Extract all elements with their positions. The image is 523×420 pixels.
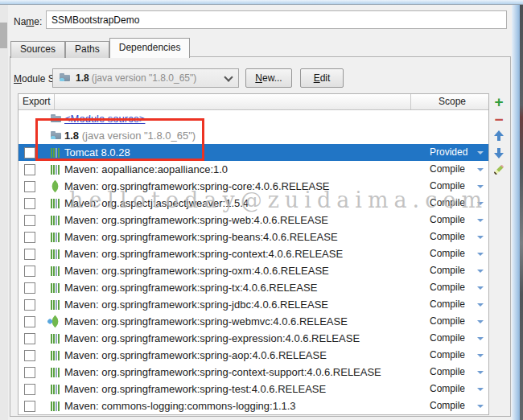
- dependencies-table: Export Scope <Module source>1.8 (java ve…: [18, 93, 489, 415]
- new-sdk-button[interactable]: New...: [245, 68, 292, 88]
- dependency-row[interactable]: Maven: org.springframework:spring-test:4…: [19, 381, 488, 397]
- library-icon: [51, 351, 62, 360]
- scope-select[interactable]: Compile: [430, 195, 465, 212]
- export-checkbox[interactable]: [24, 232, 35, 243]
- library-icon: [51, 283, 62, 293]
- dependency-row[interactable]: Tomcat 8.0.28Provided: [19, 144, 488, 161]
- scope-select[interactable]: Compile: [430, 381, 465, 397]
- pencil-icon: [494, 165, 504, 175]
- scope-dropdown-icon[interactable]: [477, 219, 484, 222]
- library-icon: [51, 216, 62, 225]
- scope-select[interactable]: Compile: [430, 313, 465, 330]
- scope-dropdown-icon[interactable]: [477, 405, 484, 408]
- dependency-row[interactable]: Maven: commons-logging:commons-logging:1…: [19, 397, 488, 414]
- scope-dropdown-icon[interactable]: [477, 320, 484, 323]
- export-checkbox[interactable]: [24, 333, 35, 344]
- dependency-label: Maven: org.springframework:spring-test:4…: [64, 381, 326, 397]
- dependency-row[interactable]: Maven: org.springframework:spring-contex…: [19, 245, 488, 262]
- scope-select[interactable]: Compile: [430, 347, 465, 364]
- spring-mvc-icon: [49, 315, 62, 328]
- module-sdk-select[interactable]: 1.8 (java version "1.8.0_65"): [52, 68, 239, 88]
- scope-select[interactable]: Compile: [430, 296, 465, 313]
- spring-leaf-icon: [49, 180, 62, 193]
- scope-select[interactable]: Compile: [430, 212, 465, 229]
- sdk-detail: (java version "1.8.0_65"): [92, 72, 197, 84]
- module-name-input[interactable]: [46, 10, 507, 29]
- dependency-row[interactable]: Maven: org.springframework:spring-contex…: [19, 364, 488, 381]
- scope-select[interactable]: Provided: [430, 144, 467, 161]
- export-checkbox[interactable]: [24, 147, 35, 159]
- tab-sources[interactable]: Sources: [10, 41, 65, 58]
- remove-button[interactable]: −: [492, 113, 505, 126]
- scope-dropdown-icon[interactable]: [477, 168, 484, 171]
- dependency-row[interactable]: Maven: org.springframework:spring-core:4…: [19, 178, 488, 195]
- scope-dropdown-icon[interactable]: [477, 286, 484, 290]
- tab-paths[interactable]: Paths: [65, 41, 109, 58]
- scope-dropdown-icon[interactable]: [477, 185, 484, 188]
- dependency-label: Maven: org.aspectj:aspectjweaver:1.5.4: [64, 195, 249, 212]
- scope-select[interactable]: Compile: [430, 364, 465, 381]
- arrow-stem: [497, 148, 500, 153]
- window-top-border: [0, 0, 523, 5]
- scope-select[interactable]: Compile: [430, 279, 465, 296]
- export-checkbox[interactable]: [24, 266, 35, 277]
- scope-dropdown-icon[interactable]: [477, 303, 484, 307]
- scope-dropdown-icon[interactable]: [477, 253, 484, 256]
- export-checkbox[interactable]: [24, 367, 35, 378]
- dependency-row[interactable]: Maven: org.springframework:spring-web:4.…: [19, 212, 488, 229]
- dependency-row[interactable]: Maven: org.springframework:spring-webmvc…: [19, 313, 488, 330]
- export-checkbox[interactable]: [24, 164, 35, 175]
- scope-dropdown-icon[interactable]: [477, 354, 484, 357]
- scope-select[interactable]: Compile: [430, 178, 465, 195]
- dependency-row[interactable]: Maven: org.springframework:spring-oxm:4.…: [19, 262, 488, 279]
- export-checkbox[interactable]: [24, 350, 35, 361]
- move-up-icon: [494, 130, 504, 136]
- scope-dropdown-icon[interactable]: [477, 270, 484, 273]
- dependency-row[interactable]: Maven: org.springframework:spring-jdbc:4…: [19, 296, 488, 313]
- scope-select[interactable]: Compile: [430, 161, 465, 178]
- export-checkbox[interactable]: [24, 249, 35, 260]
- scope-dropdown-icon[interactable]: [477, 151, 484, 154]
- library-icon: [51, 233, 62, 242]
- export-checkbox[interactable]: [24, 181, 35, 192]
- dependency-row[interactable]: Maven: org.aspectj:aspectjweaver:1.5.4Co…: [19, 195, 488, 212]
- name-label: Name:: [14, 16, 42, 27]
- edit-button[interactable]: [492, 163, 505, 176]
- dependency-row[interactable]: Maven: aopalliance:aopalliance:1.0Compil…: [19, 161, 488, 178]
- scope-dropdown-icon[interactable]: [477, 202, 484, 205]
- dependency-row[interactable]: Maven: org.springframework:spring-tx:4.0…: [19, 279, 488, 296]
- scope-dropdown-icon[interactable]: [477, 371, 484, 374]
- move-up-button[interactable]: [492, 130, 505, 142]
- background-window-strip: [520, 0, 523, 420]
- arrow-stem: [497, 136, 500, 141]
- library-icon: [51, 266, 62, 276]
- dependency-row[interactable]: Maven: org.springframework:spring-aop:4.…: [19, 347, 488, 364]
- scope-select[interactable]: Compile: [430, 229, 465, 245]
- add-button[interactable]: +: [492, 96, 505, 109]
- export-checkbox[interactable]: [24, 198, 35, 209]
- dependency-row[interactable]: Maven: org.springframework:spring-beans:…: [19, 229, 488, 245]
- export-checkbox[interactable]: [24, 299, 35, 311]
- scope-dropdown-icon[interactable]: [477, 337, 484, 340]
- export-checkbox[interactable]: [24, 316, 35, 327]
- export-checkbox[interactable]: [24, 384, 35, 395]
- scope-select[interactable]: Compile: [430, 397, 465, 414]
- export-checkbox[interactable]: [24, 282, 35, 294]
- export-checkbox[interactable]: [24, 401, 35, 412]
- scope-select[interactable]: Compile: [430, 330, 465, 347]
- dependency-label[interactable]: <Module source>: [64, 110, 145, 127]
- dependency-row[interactable]: 1.8 (java version "1.8.0_65"): [19, 127, 488, 144]
- tab-dependencies[interactable]: Dependencies: [109, 38, 191, 58]
- scope-select[interactable]: Compile: [430, 245, 465, 262]
- export-checkbox[interactable]: [24, 215, 35, 226]
- scope-dropdown-icon[interactable]: [477, 236, 484, 239]
- edit-sdk-button[interactable]: Edit: [300, 68, 344, 88]
- scope-select[interactable]: Compile: [430, 262, 465, 279]
- table-toolbar: +−: [491, 93, 507, 180]
- dependency-label: Tomcat 8.0.28: [64, 144, 130, 161]
- dependency-row[interactable]: <Module source>: [19, 110, 488, 127]
- dependency-row[interactable]: Maven: org.springframework:spring-expres…: [19, 330, 488, 347]
- move-down-button[interactable]: [492, 146, 505, 159]
- library-icon: [51, 148, 62, 158]
- scope-dropdown-icon[interactable]: [477, 388, 484, 391]
